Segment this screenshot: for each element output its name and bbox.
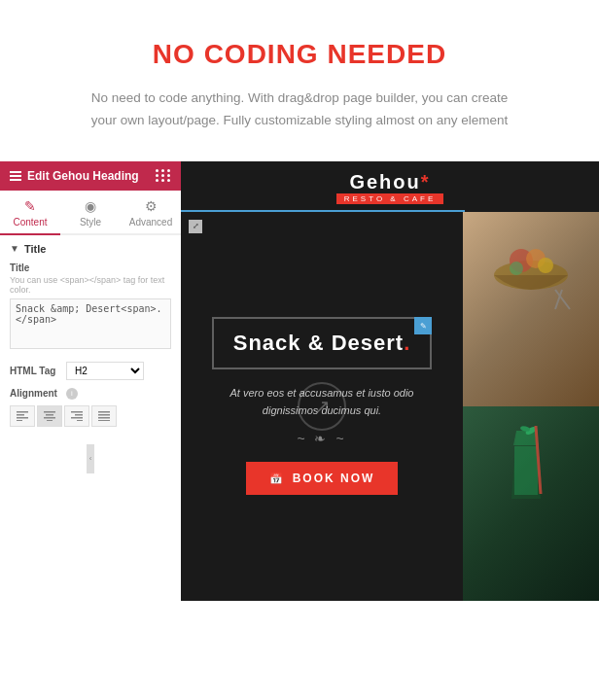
- book-now-button[interactable]: 📅 BOOK NOW: [246, 462, 399, 495]
- hero-title-text: Snack & Desert.: [233, 331, 411, 356]
- alignment-buttons: [10, 405, 171, 427]
- content-tab-icon: ✎: [24, 198, 36, 214]
- grid-icon[interactable]: [156, 169, 171, 182]
- section-title-row: ▼ Title: [10, 243, 171, 255]
- svg-rect-7: [47, 420, 53, 421]
- align-center-btn[interactable]: [37, 405, 62, 427]
- svg-rect-12: [98, 411, 110, 413]
- title-textarea[interactable]: Snack &amp; Desert<span>.</span>: [10, 298, 171, 349]
- tab-advanced[interactable]: ⚙ Advanced: [121, 191, 181, 235]
- title-field-hint: You can use <span></span> tag for text c…: [10, 275, 171, 295]
- svg-rect-5: [46, 414, 53, 416]
- panel-content-section: ▼ Title Title You can use <span></span> …: [0, 235, 181, 435]
- hero-right: [463, 212, 599, 601]
- tab-advanced-label: Advanced: [129, 217, 172, 228]
- calendar-icon: 📅: [269, 472, 285, 485]
- logo-container: Gehou* resto & cafe: [336, 171, 444, 204]
- center-arrow-decoration: ↗: [298, 382, 346, 431]
- svg-rect-3: [17, 420, 22, 421]
- svg-rect-1: [17, 414, 24, 416]
- heading-plain: NO CODING: [153, 39, 328, 69]
- svg-rect-8: [71, 411, 83, 413]
- top-section: NO CODING NEEDED No need to code anythin…: [0, 0, 599, 161]
- preview-area: Gehou* resto & cafe ⤢ ↗ ✎: [181, 161, 599, 601]
- svg-rect-13: [98, 414, 110, 416]
- svg-rect-23: [514, 446, 538, 495]
- svg-rect-0: [17, 411, 28, 413]
- advanced-tab-icon: ⚙: [145, 198, 158, 214]
- tab-content-label: Content: [13, 217, 47, 228]
- align-left-btn[interactable]: [10, 405, 35, 427]
- align-justify-btn[interactable]: [91, 405, 117, 427]
- tab-style[interactable]: ◉ Style: [60, 191, 121, 235]
- divider-ornament: ~ ❧ ~: [297, 431, 346, 446]
- section-title-label: Title: [24, 243, 46, 255]
- panel-header: Edit Gehou Heading: [0, 161, 181, 191]
- description-text: No need to code anything. With drag&drop…: [78, 88, 521, 132]
- svg-rect-9: [75, 414, 83, 416]
- food-image-top: [463, 212, 599, 406]
- builder-section: Edit Gehou Heading ✎ Content ◉ Style ⚙ A…: [0, 161, 599, 601]
- svg-point-20: [510, 262, 523, 275]
- section-arrow-icon: ▼: [10, 243, 19, 254]
- food-image-bottom: [463, 406, 599, 601]
- tab-content[interactable]: ✎ Content: [0, 191, 60, 235]
- svg-rect-15: [98, 420, 110, 421]
- logo-sub: resto & cafe: [336, 193, 444, 204]
- hero-title-box: ✎ Snack & Desert.: [212, 317, 433, 369]
- hero-left: ⤢ ↗ ✎ Snack & Desert. At vero eos et: [181, 212, 463, 601]
- html-tag-row: HTML Tag H2 H1 H3 p span div: [10, 362, 171, 380]
- logo-text: Gehou*: [336, 171, 444, 193]
- style-tab-icon: ◉: [85, 198, 96, 214]
- panel-header-title: Edit Gehou Heading: [27, 169, 139, 183]
- tab-style-label: Style: [80, 217, 101, 228]
- resize-handle[interactable]: ⤢: [189, 220, 202, 233]
- svg-point-19: [538, 258, 553, 273]
- main-heading: NO CODING NEEDED: [78, 39, 521, 70]
- svg-rect-10: [71, 417, 83, 419]
- edit-corner-icon: ✎: [420, 322, 427, 331]
- left-panel: Edit Gehou Heading ✎ Content ◉ Style ⚙ A…: [0, 161, 181, 601]
- alignment-row: Alignment i: [10, 388, 171, 400]
- panel-collapse-arrow[interactable]: ‹: [87, 444, 94, 473]
- svg-rect-14: [98, 417, 110, 419]
- alignment-label: Alignment: [10, 388, 60, 399]
- html-tag-select[interactable]: H2 H1 H3 p span div: [66, 362, 144, 380]
- alignment-info-icon: i: [66, 388, 78, 400]
- svg-line-21: [555, 290, 570, 309]
- heading-highlight: NEEDED: [327, 39, 446, 69]
- hero-section: ⤢ ↗ ✎ Snack & Desert. At vero eos et: [181, 212, 599, 601]
- svg-rect-2: [17, 417, 28, 419]
- edit-corner[interactable]: ✎: [414, 317, 432, 334]
- title-field-label: Title: [10, 262, 171, 273]
- panel-tabs: ✎ Content ◉ Style ⚙ Advanced: [0, 191, 181, 235]
- hamburger-icon: [10, 171, 21, 181]
- svg-rect-6: [44, 417, 55, 419]
- panel-header-left: Edit Gehou Heading: [10, 169, 139, 183]
- svg-rect-11: [77, 420, 83, 421]
- align-right-btn[interactable]: [64, 405, 89, 427]
- svg-rect-4: [44, 411, 55, 413]
- website-header: Gehou* resto & cafe: [181, 161, 599, 212]
- html-tag-label: HTML Tag: [10, 366, 60, 376]
